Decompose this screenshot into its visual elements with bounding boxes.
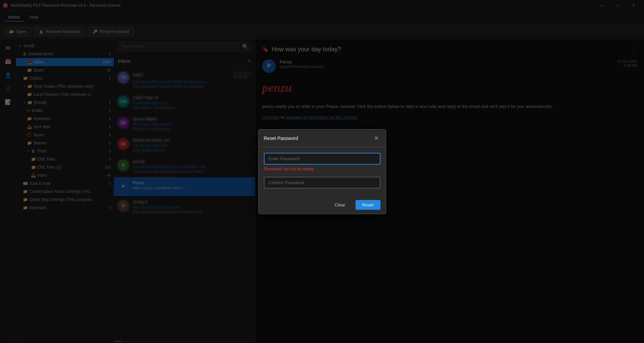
modal-body: Password can not be empty. bbox=[258, 147, 386, 196]
clear-button[interactable]: Clear bbox=[328, 200, 352, 210]
reset-submit-button[interactable]: Reset bbox=[356, 200, 380, 210]
modal-title: Reset Password bbox=[264, 136, 298, 141]
password-input[interactable] bbox=[264, 153, 380, 165]
modal-close-button[interactable]: ✕ bbox=[372, 134, 380, 142]
reset-password-modal: Reset Password ✕ Password can not be emp… bbox=[258, 129, 386, 214]
confirm-password-input[interactable] bbox=[264, 177, 380, 189]
modal-footer: Clear Reset bbox=[258, 196, 386, 214]
modal-overlay: Reset Password ✕ Password can not be emp… bbox=[0, 0, 644, 343]
modal-header: Reset Password ✕ bbox=[258, 130, 386, 147]
error-message: Password can not be empty. bbox=[264, 167, 380, 171]
